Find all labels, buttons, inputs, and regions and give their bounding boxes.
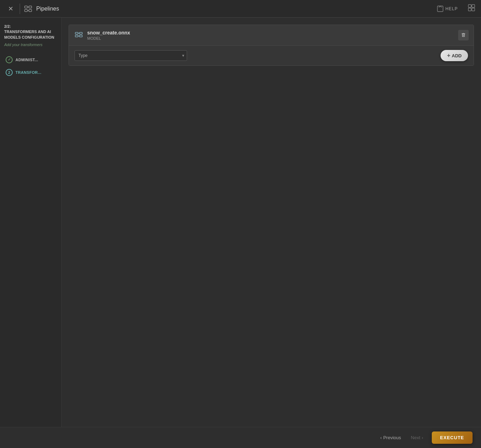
step-header: 2/2: TRANSFORMERS AND AI MODELS CONFIGUR…: [4, 24, 57, 40]
main-layout: 2/2: TRANSFORMERS AND AI MODELS CONFIGUR…: [0, 18, 481, 448]
model-type-label: MODEL: [87, 36, 468, 40]
svg-rect-11: [468, 8, 471, 11]
add-label: ADD: [452, 53, 462, 58]
svg-rect-0: [25, 6, 27, 8]
checkmark-icon: ✓: [8, 57, 11, 62]
close-icon: ✕: [8, 5, 13, 13]
close-button[interactable]: ✕: [6, 4, 15, 14]
footer: ‹ Previous Next › EXECUTE: [0, 427, 481, 448]
svg-rect-14: [75, 32, 78, 34]
type-row: Type ▾ + ADD: [69, 45, 474, 65]
svg-rect-10: [472, 5, 475, 7]
admin-step-label: ADMINIST...: [15, 58, 38, 62]
svg-rect-12: [472, 8, 475, 11]
model-card-header: snow_create.onnx MODEL: [69, 25, 474, 45]
type-select[interactable]: Type: [75, 50, 187, 61]
svg-rect-15: [79, 32, 82, 34]
svg-rect-3: [29, 9, 32, 12]
help-button[interactable]: HELP: [437, 6, 458, 12]
pipeline-icon: [24, 5, 32, 13]
sidebar-item-admin[interactable]: ✓ ADMINIST...: [4, 54, 57, 65]
admin-step-icon: ✓: [6, 56, 13, 63]
step-title: TRANSFORMERS AND AI MODELS CONFIGURATION: [4, 30, 54, 39]
next-label: Next: [411, 435, 421, 440]
svg-rect-2: [25, 9, 27, 12]
svg-rect-9: [468, 5, 471, 7]
model-name: snow_create.onnx: [87, 30, 468, 36]
add-button[interactable]: + ADD: [441, 50, 468, 61]
sidebar: 2/2: TRANSFORMERS AND AI MODELS CONFIGUR…: [0, 18, 62, 448]
step-indicator: 2/2:: [4, 24, 11, 28]
sidebar-item-transformers[interactable]: 2 TRANSFOR...: [4, 67, 57, 78]
sidebar-description: Add your transformers: [4, 42, 57, 47]
app-title: Pipelines: [36, 6, 433, 12]
help-label: HELP: [445, 6, 458, 11]
transformers-step-icon: 2: [6, 69, 13, 76]
app-header: ✕ Pipelines HELP: [0, 0, 481, 18]
prev-chevron-icon: ‹: [380, 435, 382, 440]
step-number: 2: [8, 70, 10, 75]
type-select-wrapper: Type ▾: [75, 50, 187, 61]
transformers-step-label: TRANSFOR...: [15, 70, 41, 75]
model-info: snow_create.onnx MODEL: [87, 30, 468, 40]
layout-icon[interactable]: [468, 4, 475, 13]
next-button[interactable]: Next ›: [406, 432, 428, 443]
model-icon: [75, 30, 83, 40]
svg-rect-16: [75, 35, 78, 37]
header-divider: [20, 4, 20, 14]
execute-button[interactable]: EXECUTE: [432, 431, 473, 444]
svg-rect-17: [79, 35, 82, 37]
add-btn-wrapper: + ADD: [441, 50, 468, 61]
svg-rect-6: [437, 6, 443, 12]
previous-button[interactable]: ‹ Previous: [376, 432, 406, 443]
model-delete-button[interactable]: [458, 30, 469, 40]
model-card: snow_create.onnx MODEL Type: [69, 25, 474, 66]
footer-nav: ‹ Previous Next ›: [376, 432, 428, 443]
next-chevron-icon: ›: [422, 435, 423, 440]
add-plus-icon: +: [447, 52, 450, 59]
previous-label: Previous: [383, 435, 401, 440]
svg-rect-1: [29, 6, 32, 8]
content-area: snow_create.onnx MODEL Type: [62, 18, 481, 448]
